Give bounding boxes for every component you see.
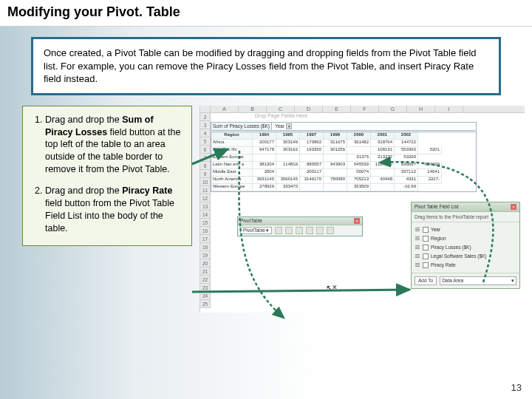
pivot-value-cell [276,169,300,177]
pivot-value-cell: 3931145 [253,177,276,184]
row-numbers: 2345678910111213141516171819202122232425 [200,113,211,308]
field-list-item[interactable]: Year [415,225,516,234]
row-number: 6 [200,146,211,154]
content-row: Drag and drop the Sum of Piracy Losses f… [0,106,532,313]
field-list-item[interactable]: Piracy Losses ($K) [415,243,516,252]
drag-handle-icon[interactable] [415,262,420,268]
page-number: 13 [511,382,522,393]
pivot-table: Region1994199519971999200020012002Africa… [211,132,477,192]
pivot-region-cell: Eastern Europe [211,154,253,162]
pivot-value-cell: 943903 [324,162,347,169]
col-c: C [267,106,295,112]
page-title: Modifying your Pivot. Table [7,4,525,20]
pivot-value-cell: 200117 [300,169,324,177]
area-selector[interactable]: Data Area ▾ [440,276,516,285]
pivot-value-cell: 14041 [418,169,442,177]
drag-handle-icon[interactable] [415,245,420,250]
pivot-value-cell: 553392 [395,147,418,154]
pivot-value-cell [324,169,347,177]
close-icon[interactable]: × [354,218,360,224]
pivottable-menu-button[interactable]: PivotTable ▾ [240,227,272,234]
pivot-value-cell: 3560145 [276,177,300,184]
chevron-down-icon[interactable]: ▾ [286,123,292,129]
area-label: Data Area [442,278,463,283]
pivot-value-cell: 337112 [395,169,418,177]
row-number: 17 [200,235,211,243]
pivot-data-field-button[interactable]: Sum of Piracy Losses ($K) Year ▾ [211,122,477,131]
pivot-value-cell [300,154,324,162]
steps-list: Drag and drop the Sum of Piracy Losses f… [32,114,183,235]
col-h: H [407,106,435,112]
close-icon[interactable]: × [511,204,516,210]
toolbar-icon[interactable] [296,227,303,234]
title-bar: Modifying your Pivot. Table [0,0,532,27]
pivot-value-cell: 381204 [253,162,276,169]
pivot-value-cell [300,184,324,191]
pivot-value-cell [371,169,395,177]
pivot-value-cell: 170892 [300,140,324,147]
pivot-data-row: Middle East20042001170007433711214041 [211,169,476,177]
pivot-value-cell: 213237 [371,154,395,162]
pivot-value-cell: 705213 [347,177,371,184]
pivot-year-header: 1999 [324,132,347,140]
pivot-value-cell: 144722 [395,140,418,147]
pivot-data-row: Western Europe278929333470353509-16.99 [211,184,476,191]
pivot-value-cell: 333470 [276,184,300,191]
pivot-value-cell: 53290 [395,154,418,162]
field-list-item[interactable]: Region [415,234,516,243]
toolbar-icon[interactable] [306,227,313,234]
pivot-value-cell: 303162 [276,147,300,154]
pivot-year-header: 1995 [276,132,300,140]
pivot-region-header[interactable]: Region [211,132,253,140]
field-icon [423,262,429,268]
drag-handle-icon[interactable] [415,236,420,242]
col-b: B [239,106,267,112]
pivot-value-cell: 045539 [347,162,371,169]
step-1: Drag and drop the Sum of Piracy Losses f… [45,114,183,176]
intro-callout: Once created, a Pivot Table can be modif… [31,37,501,95]
pivot-value-cell: 1127632 [371,162,395,169]
pivottable-toolbar[interactable]: PivotTable × PivotTable ▾ [237,216,363,236]
col-d: D [295,106,323,112]
pivot-value-cell [324,184,347,191]
field-list-item[interactable]: Legal Software Sales ($K) [415,252,516,261]
add-to-button[interactable]: Add To [415,276,437,285]
row-number: 4 [200,129,211,137]
pivot-year-header: 1994 [253,132,276,140]
pivot-region-cell: Africa [211,140,253,147]
row-number: 3 [200,121,211,129]
field-label: Piracy Rate [431,262,456,267]
col-g: G [379,106,407,112]
pivot-value-cell: 278929 [253,184,276,191]
field-label: Year [431,227,440,232]
pivot-value-cell: 193350 [300,147,324,154]
row-number: 20 [200,259,211,267]
field-list-title: Pivot Table Field List [415,204,459,210]
drag-cursor-icon: ↖✕ [326,283,339,293]
pivot-year-selector[interactable]: Year ▾ [272,123,295,130]
pivot-value-cell: 4331 [395,177,418,184]
drag-handle-icon[interactable] [415,227,420,233]
toolbar-icon[interactable] [285,227,293,234]
row-number: 25 [200,300,211,308]
row-number: 14 [200,211,211,219]
row-number: 18 [200,243,211,251]
row-number: 15 [200,219,211,227]
field-list-item[interactable]: Piracy Rate [415,261,516,270]
row-number: 2 [200,113,211,121]
pivot-value-cell [347,147,371,154]
pivot-value-cell: 303149 [276,140,300,147]
row-number: 16 [200,227,211,235]
pivot-value-cell [371,184,395,191]
pivot-region-cell: Latin Nan eric a [211,162,253,169]
toolbar-icon[interactable] [316,227,324,234]
toolbar-icon[interactable] [327,227,334,234]
page-field-drop-hint[interactable]: Drop Page Fields Here [255,113,307,118]
excel-screenshot: A B C D E F G H I 2345678910111213141516… [200,106,525,313]
pivot-region-cell: Asia Pac ific [211,147,253,154]
drag-handle-icon[interactable] [415,253,420,259]
row-number: 21 [200,267,211,276]
toolbar-icon[interactable] [275,227,282,234]
pivot-field-list[interactable]: Pivot Table Field List × Drag items to t… [411,202,520,289]
pivot-region-cell: Middle East [211,169,253,177]
